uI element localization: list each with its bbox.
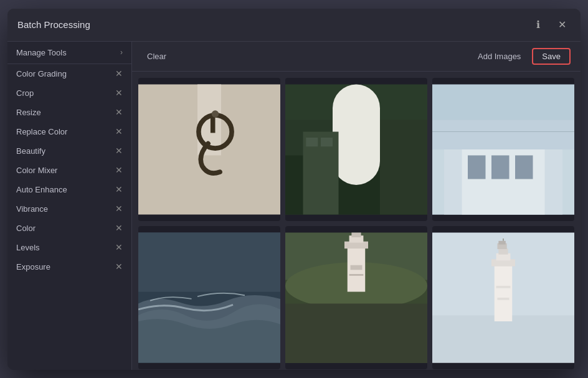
tool-close-icon[interactable]: ✕ <box>115 88 123 97</box>
svg-rect-37 <box>495 262 513 321</box>
tool-label: Color Grading <box>16 69 67 78</box>
image-grid <box>132 72 581 370</box>
dialog-body: Manage Tools › Color Grading ✕ Crop ✕ Re… <box>7 42 581 370</box>
sidebar-item-auto-enhance[interactable]: Auto Enhance ✕ <box>7 180 131 199</box>
svg-rect-19 <box>515 155 533 179</box>
tool-label: Vibrance <box>16 204 48 214</box>
svg-rect-40 <box>498 248 508 255</box>
main-content: Clear Add Images Save <box>132 42 581 370</box>
header-actions: ℹ ✕ <box>529 16 571 34</box>
toolbar-right: Add Images Save <box>473 48 571 65</box>
toolbar-left: Clear <box>142 49 171 64</box>
tool-label: Crop <box>16 88 34 98</box>
tool-label: Replace Color <box>16 127 67 136</box>
svg-rect-42 <box>498 240 505 244</box>
svg-rect-8 <box>333 84 380 185</box>
svg-rect-11 <box>306 138 318 146</box>
svg-rect-34 <box>285 303 427 362</box>
batch-processing-dialog: Batch Processing ℹ ✕ Manage Tools › Colo… <box>7 9 581 370</box>
manage-tools-row[interactable]: Manage Tools › <box>7 42 131 64</box>
sidebar-item-exposure[interactable]: Exposure ✕ <box>7 257 131 276</box>
add-images-button[interactable]: Add Images <box>473 48 526 65</box>
tool-label: Auto Enhance <box>16 185 67 194</box>
image-cell[interactable] <box>432 78 574 221</box>
tool-close-icon[interactable]: ✕ <box>115 69 123 78</box>
tool-close-icon[interactable]: ✕ <box>115 224 123 232</box>
tool-label: Color Mixer <box>16 166 57 175</box>
svg-rect-44 <box>498 298 510 300</box>
manage-tools-label: Manage Tools <box>16 48 67 57</box>
svg-rect-33 <box>349 274 364 276</box>
tool-list: Color Grading ✕ Crop ✕ Resize ✕ Replace … <box>7 64 131 370</box>
image-cell[interactable] <box>138 78 280 221</box>
sidebar-item-color-mixer[interactable]: Color Mixer ✕ <box>7 161 131 180</box>
sidebar-item-color-grading[interactable]: Color Grading ✕ <box>7 64 131 83</box>
svg-rect-32 <box>351 265 363 270</box>
tool-label: Beautify <box>16 146 45 156</box>
svg-rect-17 <box>468 155 486 179</box>
tool-label: Color <box>16 224 36 233</box>
tool-label: Resize <box>16 108 41 117</box>
content-toolbar: Clear Add Images Save <box>132 42 581 72</box>
svg-rect-12 <box>321 138 333 146</box>
sidebar-item-levels[interactable]: Levels ✕ <box>7 238 131 257</box>
dialog-title: Batch Processing <box>17 19 90 30</box>
svg-rect-18 <box>491 155 510 179</box>
save-button[interactable]: Save <box>532 48 571 65</box>
tool-close-icon[interactable]: ✕ <box>115 185 123 194</box>
tool-close-icon[interactable]: ✕ <box>115 146 123 155</box>
tool-close-icon[interactable]: ✕ <box>115 127 123 136</box>
sidebar: Manage Tools › Color Grading ✕ Crop ✕ Re… <box>7 42 132 370</box>
sidebar-item-vibrance[interactable]: Vibrance ✕ <box>7 199 131 219</box>
sidebar-item-replace-color[interactable]: Replace Color ✕ <box>7 122 131 141</box>
tool-close-icon[interactable]: ✕ <box>115 262 123 271</box>
sidebar-item-beautify[interactable]: Beautify ✕ <box>7 141 131 161</box>
clear-button[interactable]: Clear <box>142 49 171 64</box>
svg-rect-10 <box>380 120 427 214</box>
tool-label: Levels <box>16 243 40 252</box>
tool-close-icon[interactable]: ✕ <box>115 166 123 174</box>
tool-close-icon[interactable]: ✕ <box>115 243 123 252</box>
dialog-header: Batch Processing ℹ ✕ <box>7 9 581 42</box>
sidebar-item-color[interactable]: Color ✕ <box>7 219 131 238</box>
svg-rect-31 <box>351 232 361 237</box>
svg-point-4 <box>212 110 219 117</box>
svg-rect-20 <box>432 120 574 149</box>
image-cell[interactable] <box>138 226 280 369</box>
image-cell[interactable] <box>285 78 427 221</box>
svg-rect-23 <box>138 232 280 291</box>
image-cell[interactable] <box>432 226 574 369</box>
tool-label: Exposure <box>16 262 50 272</box>
info-button[interactable]: ℹ <box>529 16 547 34</box>
sidebar-item-crop[interactable]: Crop ✕ <box>7 83 131 103</box>
close-button[interactable]: ✕ <box>553 16 571 34</box>
image-cell[interactable] <box>285 226 427 369</box>
tool-close-icon[interactable]: ✕ <box>115 108 123 116</box>
chevron-right-icon: › <box>120 48 123 57</box>
sidebar-item-resize[interactable]: Resize ✕ <box>7 103 131 122</box>
tool-close-icon[interactable]: ✕ <box>115 204 123 213</box>
svg-rect-43 <box>496 286 511 288</box>
svg-rect-36 <box>432 315 574 362</box>
